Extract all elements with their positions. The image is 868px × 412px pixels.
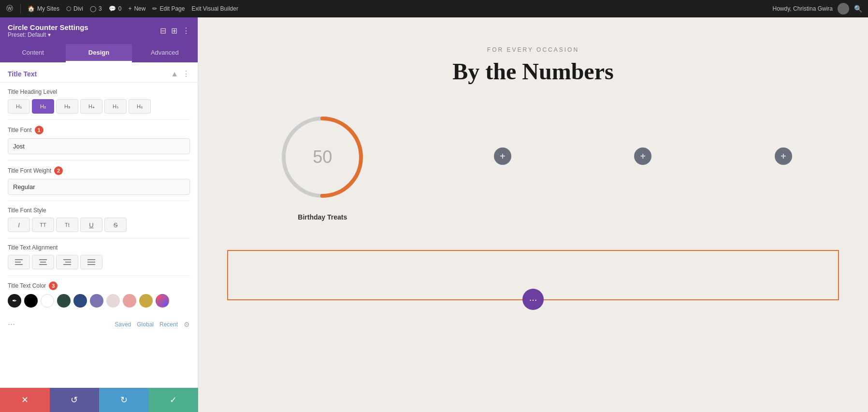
edit-page-link[interactable]: ✏ Edit Page xyxy=(152,5,185,12)
tab-advanced[interactable]: Advanced xyxy=(132,44,198,62)
title-font-weight-label: Title Font Weight 2 xyxy=(8,166,190,175)
more-colors-btn[interactable]: ··· xyxy=(8,319,15,329)
title-font-style-label: Title Font Style xyxy=(8,207,190,214)
cancel-button[interactable]: ✕ xyxy=(0,388,50,412)
color-footer: ··· Saved Global Recent ⚙ xyxy=(0,315,198,333)
color-swatch-white[interactable] xyxy=(41,294,54,308)
title-text-alignment-label: Title Text Alignment xyxy=(8,244,190,251)
title-font-weight-field: Title Font Weight 2 Regular Thin Light M… xyxy=(0,161,198,201)
align-right-btn[interactable] xyxy=(56,255,78,269)
dots-button[interactable]: ··· xyxy=(522,289,544,310)
counters-row: 50 Birthday Treats + + + xyxy=(217,109,849,221)
svg-rect-11 xyxy=(87,264,95,265)
svg-rect-1 xyxy=(15,262,21,263)
bottom-section-content xyxy=(238,261,828,290)
bottom-section: ··· xyxy=(227,250,839,300)
svg-rect-3 xyxy=(39,259,47,260)
my-sites-link[interactable]: 🏠 My Sites xyxy=(28,5,59,12)
font-weight-badge: 2 xyxy=(54,166,63,175)
section-header-icons: ▲ ⋮ xyxy=(171,69,190,78)
page-subtitle: FOR EVERY OCCASION xyxy=(217,46,849,53)
divi-icon: ⬡ xyxy=(66,5,71,12)
svg-rect-4 xyxy=(40,262,46,263)
panel-preset[interactable]: Preset: Default ▾ xyxy=(8,31,88,38)
global-link[interactable]: Global xyxy=(137,321,154,328)
pencil-icon: ✏ xyxy=(152,5,157,12)
title-text-alignment-field: Title Text Alignment xyxy=(0,238,198,275)
add-counter-btn-3[interactable]: + xyxy=(775,147,792,165)
heading-h1-btn[interactable]: H₁ xyxy=(8,99,30,114)
confirm-button[interactable]: ✓ xyxy=(149,388,199,412)
search-icon[interactable]: 🔍 xyxy=(854,5,862,13)
align-center-btn[interactable] xyxy=(32,255,54,269)
recent-link[interactable]: Recent xyxy=(159,321,178,328)
title-font-weight-select[interactable]: Regular Thin Light Medium Bold xyxy=(8,179,190,195)
color-swatch-darkblue[interactable] xyxy=(73,294,87,308)
color-swatch-purple[interactable] xyxy=(90,294,103,308)
color-footer-links: Saved Global Recent ⚙ xyxy=(115,321,190,328)
heading-level-field: Title Heading Level H₁ H₂ H₃ H₄ H₅ H₆ xyxy=(0,83,198,119)
color-swatch-gold[interactable] xyxy=(139,294,153,308)
svg-rect-8 xyxy=(63,264,71,265)
saved-link[interactable]: Saved xyxy=(115,321,131,328)
heading-h4-btn[interactable]: H₄ xyxy=(80,99,102,114)
sites-icon: 🏠 xyxy=(28,5,35,12)
circle-icon: ◯ xyxy=(90,5,96,12)
wp-logo[interactable]: ⓦ xyxy=(6,5,14,13)
settings-icon[interactable]: ⚙ xyxy=(184,321,190,328)
capitalize-btn[interactable]: Tt xyxy=(56,218,78,232)
title-text-color-field: Title Text Color 3 ✒ xyxy=(0,276,198,313)
circle-wrapper-1: 50 xyxy=(274,109,371,206)
color-swatch-black[interactable] xyxy=(24,294,38,308)
heading-h6-btn[interactable]: H₆ xyxy=(129,99,151,114)
chevron-down-icon: ▾ xyxy=(48,31,51,38)
svg-rect-6 xyxy=(63,259,71,260)
align-left-btn[interactable] xyxy=(8,255,30,269)
collapse-icon[interactable]: ▲ xyxy=(171,70,178,78)
undo-button[interactable]: ↺ xyxy=(50,388,100,412)
plus-icon: + xyxy=(128,5,131,12)
grid-icon[interactable]: ⊞ xyxy=(171,26,177,35)
panel-content: Title Text ▲ ⋮ Title Heading Level H₁ H₂… xyxy=(0,62,198,412)
redo-button[interactable]: ↻ xyxy=(99,388,149,412)
color-swatch-darkgreen[interactable] xyxy=(57,294,71,308)
add-counter-btn-1[interactable]: + xyxy=(494,147,511,165)
color-picker-btn[interactable]: ✒ xyxy=(8,294,21,308)
underline-btn[interactable]: U xyxy=(80,218,102,232)
panel-tabs: Content Design Advanced xyxy=(0,44,198,62)
style-buttons: I TT Tt U S xyxy=(8,218,190,232)
section-more-icon[interactable]: ⋮ xyxy=(182,69,190,78)
bubble-icon: 💬 xyxy=(109,5,116,12)
exit-builder-link[interactable]: Exit Visual Builder xyxy=(191,5,238,12)
tab-content[interactable]: Content xyxy=(0,44,66,62)
circle-label-1: Birthday Treats xyxy=(298,213,347,221)
title-font-select[interactable]: Jost Open Sans Roboto xyxy=(8,138,190,154)
color-swatch-gradient[interactable] xyxy=(156,294,169,308)
new-link[interactable]: + New xyxy=(128,5,145,12)
strikethrough-btn[interactable]: S xyxy=(104,218,127,232)
panel-header-icons: ⊟ ⊞ ⋮ xyxy=(160,26,190,35)
color-swatch-pink[interactable] xyxy=(123,294,136,308)
divi-link[interactable]: ⬡ Divi xyxy=(66,5,83,12)
font-badge: 1 xyxy=(35,126,43,134)
color-swatch-lightpink[interactable] xyxy=(106,294,120,308)
more-icon[interactable]: ⋮ xyxy=(182,26,190,35)
heading-h2-btn[interactable]: H₂ xyxy=(32,99,54,114)
circle-number-1: 50 xyxy=(313,147,332,167)
heading-h5-btn[interactable]: H₅ xyxy=(104,99,127,114)
title-text-color-label: Title Text Color 3 xyxy=(8,281,190,290)
bubble-count[interactable]: 💬 0 xyxy=(109,5,122,12)
window-icon[interactable]: ⊟ xyxy=(160,26,166,35)
title-text-label: Title Text xyxy=(8,70,37,78)
align-justify-btn[interactable] xyxy=(80,255,102,269)
heading-h3-btn[interactable]: H₃ xyxy=(56,99,78,114)
svg-rect-2 xyxy=(15,264,23,265)
uppercase-btn[interactable]: TT xyxy=(32,218,54,232)
tab-design[interactable]: Design xyxy=(66,44,131,62)
italic-btn[interactable]: I xyxy=(8,218,30,232)
comment-count[interactable]: ◯ 3 xyxy=(90,5,102,12)
action-bar: ✕ ↺ ↻ ✓ xyxy=(0,388,198,412)
heading-buttons: H₁ H₂ H₃ H₄ H₅ H₆ xyxy=(8,99,190,114)
add-counter-btn-2[interactable]: + xyxy=(634,147,651,165)
wordpress-icon: ⓦ xyxy=(6,5,14,13)
